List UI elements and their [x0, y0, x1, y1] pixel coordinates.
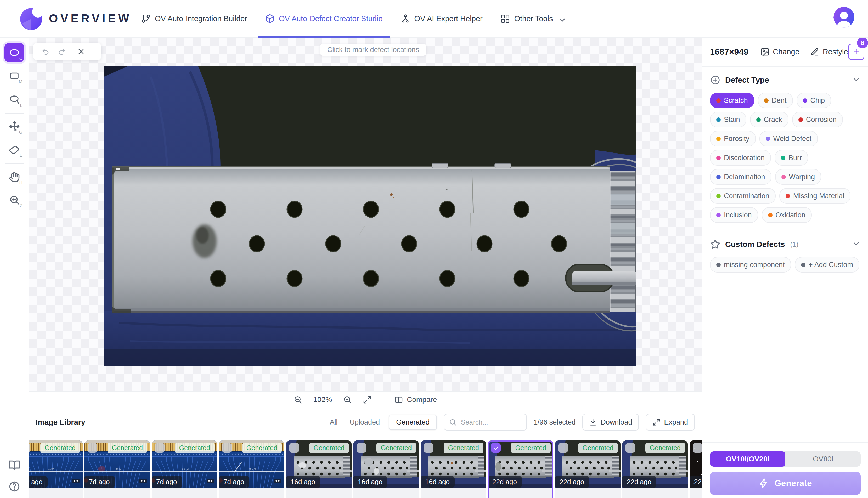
thumbnail-1[interactable]: 903M Generated7d ago: [29, 441, 83, 498]
brand: OVERVIEW: [19, 7, 132, 30]
defect-chip-stain[interactable]: Stain: [710, 112, 746, 127]
thumbnail-3[interactable]: 903M Generated7d ago: [152, 441, 217, 498]
generated-badge: Generated: [242, 443, 282, 453]
defect-chip-delamination[interactable]: Delamination: [710, 169, 772, 185]
filter-uploaded[interactable]: Uploaded: [347, 416, 383, 429]
defect-chip-missing-material[interactable]: Missing Material: [779, 188, 851, 204]
thumbnail-checkbox[interactable]: [693, 443, 702, 453]
thumbnail-11[interactable]: Generated22d ago: [689, 441, 702, 498]
rectangle-tool[interactable]: M: [4, 66, 24, 85]
search-input[interactable]: [444, 414, 527, 431]
chevron-down-icon[interactable]: [852, 239, 861, 249]
zoom-tool[interactable]: Z: [4, 191, 24, 209]
defect-chip-dent[interactable]: Dent: [758, 93, 793, 108]
nav-tab-4[interactable]: Other Tools: [491, 0, 574, 37]
restyle-button[interactable]: Restyle: [811, 47, 848, 56]
custom-chip-missing-component[interactable]: missing component: [710, 257, 791, 273]
canvas-area[interactable]: Click to mark defect locations: [29, 37, 702, 391]
compare-button[interactable]: Compare: [394, 395, 437, 404]
help-icon[interactable]: [7, 479, 22, 494]
defect-chip-list: ScratchDentChipStainCrackCorrosionPorosi…: [710, 93, 861, 223]
expand-button[interactable]: Expand: [646, 414, 695, 431]
zoom-out-icon[interactable]: [293, 395, 302, 404]
model-option-ov80i[interactable]: OV80i: [785, 451, 861, 467]
app-root: OVERVIEW OV Auto-Integration BuilderOV A…: [0, 0, 868, 498]
book-icon[interactable]: [7, 458, 22, 472]
defect-chip-warping[interactable]: Warping: [775, 169, 821, 185]
hand-tool[interactable]: H: [4, 168, 24, 186]
chip-label: Contamination: [724, 192, 770, 200]
thumbnail-6[interactable]: Generated16d ago: [353, 441, 419, 498]
generate-button[interactable]: Generate: [710, 472, 861, 495]
custom-defects-header[interactable]: Custom Defects (1): [710, 238, 861, 251]
thumbnail-2[interactable]: 903M Generated7d ago: [84, 441, 150, 498]
thumbnail-5[interactable]: Generated16d ago: [286, 441, 352, 498]
thumbnail-checkbox[interactable]: [222, 443, 232, 453]
thumbnail-4[interactable]: 903M Generated7d ago: [219, 441, 284, 498]
defect-chip-discoloration[interactable]: Discoloration: [710, 150, 771, 166]
nav-tab-label: Other Tools: [514, 14, 553, 23]
defect-chip-contamination[interactable]: Contamination: [710, 188, 776, 204]
thumbnail-checkbox[interactable]: [424, 443, 433, 453]
thumbnail-strip: 903M Generated7d ago 903M Generated7d ag…: [29, 441, 702, 498]
defect-chip-burr[interactable]: Burr: [775, 150, 808, 166]
eraser-tool[interactable]: E: [4, 140, 24, 159]
filter-generated[interactable]: Generated: [389, 415, 437, 430]
plus-icon: [852, 48, 860, 56]
chip-color-dot: [764, 99, 768, 103]
chevron-down-icon[interactable]: [852, 75, 861, 85]
generated-badge: Generated: [309, 443, 349, 453]
thumbnail-checkbox[interactable]: [155, 443, 165, 453]
thumbnail-10[interactable]: Generated22d ago: [622, 441, 688, 498]
thumbnail-9[interactable]: Generated22d ago: [555, 441, 620, 498]
defect-type-header[interactable]: Defect Type: [710, 74, 861, 86]
defect-chip-chip[interactable]: Chip: [797, 93, 831, 108]
thumbnail-checkbox[interactable]: [88, 443, 97, 453]
defect-chip-crack[interactable]: Crack: [750, 112, 789, 127]
nav-tab-label: OV Auto-Defect Creator Studio: [279, 14, 383, 23]
nav-tab-1[interactable]: OV Auto-Integration Builder: [132, 0, 256, 37]
lasso-tool[interactable]: L: [4, 90, 24, 109]
main-image[interactable]: [104, 66, 636, 366]
generated-badge: Generated: [377, 443, 416, 453]
chip-label: Crack: [764, 116, 782, 124]
nav-tab-2[interactable]: OV Auto-Defect Creator Studio: [256, 0, 392, 37]
thumbnail-checkbox[interactable]: [357, 443, 366, 453]
thumbnail-8[interactable]: Generated22d ago: [488, 441, 553, 498]
right-panel: 1687×949 Change Restyle 6 Defect Type: [702, 37, 868, 498]
chip-label: Missing Material: [793, 192, 844, 200]
thumbnail-age: 7d ago: [29, 476, 48, 488]
defect-chip-inclusion[interactable]: Inclusion: [710, 207, 758, 223]
zoom-in-icon[interactable]: [343, 395, 352, 404]
change-button[interactable]: Change: [761, 47, 800, 56]
thumbnail-7[interactable]: Generated16d ago: [421, 441, 486, 498]
custom-chip--add-custom[interactable]: + Add Custom: [795, 257, 859, 273]
thumbnail-age: 7d ago: [84, 476, 115, 488]
search-field[interactable]: [460, 418, 522, 427]
thumbnail-checkbox[interactable]: [558, 443, 568, 453]
thumbnail-checkbox[interactable]: [491, 443, 501, 453]
change-label: Change: [773, 48, 800, 56]
defect-chip-scratch[interactable]: Scratch: [710, 93, 754, 108]
nav-tab-3[interactable]: OV AI Expert Helper: [392, 0, 491, 37]
selected-count: 1/96 selected: [534, 418, 576, 426]
defect-chip-weld-defect[interactable]: Weld Defect: [760, 131, 818, 146]
user-avatar[interactable]: [833, 7, 854, 28]
redo-button[interactable]: [54, 44, 69, 60]
lightning-icon: [759, 478, 769, 488]
chevron-down-icon: [557, 15, 567, 25]
generate-label: Generate: [774, 479, 812, 488]
thumbnail-checkbox[interactable]: [289, 443, 299, 453]
defect-chip-corrosion[interactable]: Corrosion: [792, 112, 843, 127]
ellipse-tool[interactable]: C: [4, 43, 24, 62]
defect-chip-porosity[interactable]: Porosity: [710, 131, 756, 146]
model-option-ov10i-ov20i[interactable]: OV10i/OV20i: [710, 451, 785, 467]
download-button[interactable]: Download: [582, 414, 639, 431]
fit-screen-icon[interactable]: [363, 395, 372, 404]
filter-all[interactable]: All: [327, 416, 341, 429]
close-icon[interactable]: [74, 44, 89, 60]
undo-button[interactable]: [38, 44, 54, 60]
move-tool[interactable]: G: [4, 117, 24, 136]
defect-chip-oxidation[interactable]: Oxidation: [762, 207, 812, 223]
thumbnail-checkbox[interactable]: [626, 443, 635, 453]
